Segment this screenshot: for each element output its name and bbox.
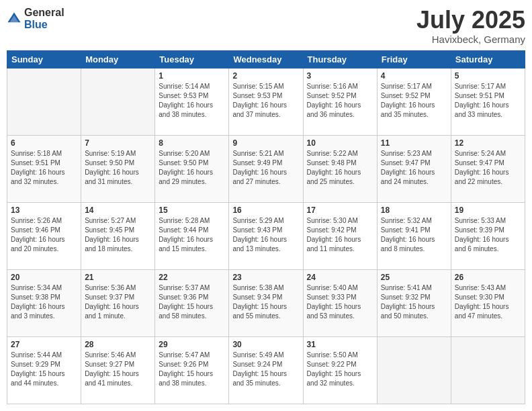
day-info: Sunrise: 5:17 AM Sunset: 9:51 PM Dayligh…	[455, 82, 521, 120]
table-row	[451, 336, 525, 404]
day-info: Sunrise: 5:38 AM Sunset: 9:34 PM Dayligh…	[232, 283, 299, 321]
day-info: Sunrise: 5:28 AM Sunset: 9:44 PM Dayligh…	[159, 216, 225, 254]
table-row: 9Sunrise: 5:21 AM Sunset: 9:49 PM Daylig…	[229, 135, 303, 202]
day-info: Sunrise: 5:41 AM Sunset: 9:32 PM Dayligh…	[381, 283, 447, 321]
table-row	[81, 68, 155, 135]
location: Havixbeck, Germany	[416, 34, 525, 45]
calendar-header-row: Sunday Monday Tuesday Wednesday Thursday…	[7, 50, 525, 68]
calendar-week-row: 1Sunrise: 5:14 AM Sunset: 9:53 PM Daylig…	[7, 68, 525, 135]
day-info: Sunrise: 5:44 AM Sunset: 9:29 PM Dayligh…	[11, 351, 77, 388]
col-sunday: Sunday	[7, 50, 81, 68]
day-number: 23	[232, 273, 299, 282]
table-row: 5Sunrise: 5:17 AM Sunset: 9:51 PM Daylig…	[451, 68, 525, 135]
calendar-week-row: 13Sunrise: 5:26 AM Sunset: 9:46 PM Dayli…	[7, 202, 525, 269]
logo-blue: Blue	[24, 19, 64, 31]
calendar-week-row: 27Sunrise: 5:44 AM Sunset: 9:29 PM Dayli…	[7, 336, 525, 404]
day-number: 7	[85, 138, 151, 148]
table-row: 23Sunrise: 5:38 AM Sunset: 9:34 PM Dayli…	[229, 269, 303, 336]
table-row: 27Sunrise: 5:44 AM Sunset: 9:29 PM Dayli…	[7, 336, 81, 404]
day-info: Sunrise: 5:32 AM Sunset: 9:41 PM Dayligh…	[381, 216, 447, 254]
day-number: 6	[11, 138, 77, 148]
day-number: 15	[159, 205, 225, 215]
day-info: Sunrise: 5:49 AM Sunset: 9:24 PM Dayligh…	[232, 351, 299, 388]
table-row: 8Sunrise: 5:20 AM Sunset: 9:50 PM Daylig…	[155, 135, 229, 202]
col-wednesday: Wednesday	[229, 50, 303, 68]
day-number: 20	[11, 273, 77, 282]
day-number: 21	[85, 273, 151, 282]
table-row	[7, 68, 81, 135]
day-number: 9	[232, 138, 299, 148]
table-row: 6Sunrise: 5:18 AM Sunset: 9:51 PM Daylig…	[7, 135, 81, 202]
day-number: 10	[307, 138, 373, 148]
day-info: Sunrise: 5:36 AM Sunset: 9:37 PM Dayligh…	[85, 283, 151, 321]
day-number: 27	[11, 340, 77, 349]
day-info: Sunrise: 5:40 AM Sunset: 9:33 PM Dayligh…	[307, 283, 373, 321]
day-number: 5	[455, 71, 521, 81]
table-row: 19Sunrise: 5:33 AM Sunset: 9:39 PM Dayli…	[451, 202, 525, 269]
day-info: Sunrise: 5:17 AM Sunset: 9:52 PM Dayligh…	[381, 82, 447, 120]
col-monday: Monday	[81, 50, 155, 68]
day-number: 17	[307, 205, 373, 215]
day-number: 31	[307, 340, 373, 349]
table-row: 22Sunrise: 5:37 AM Sunset: 9:36 PM Dayli…	[155, 269, 229, 336]
day-info: Sunrise: 5:22 AM Sunset: 9:48 PM Dayligh…	[307, 149, 373, 187]
day-info: Sunrise: 5:27 AM Sunset: 9:45 PM Dayligh…	[85, 216, 151, 254]
col-tuesday: Tuesday	[155, 50, 229, 68]
table-row: 21Sunrise: 5:36 AM Sunset: 9:37 PM Dayli…	[81, 269, 155, 336]
table-row: 3Sunrise: 5:16 AM Sunset: 9:52 PM Daylig…	[303, 68, 377, 135]
table-row: 30Sunrise: 5:49 AM Sunset: 9:24 PM Dayli…	[229, 336, 303, 404]
table-row: 10Sunrise: 5:22 AM Sunset: 9:48 PM Dayli…	[303, 135, 377, 202]
table-row: 20Sunrise: 5:34 AM Sunset: 9:38 PM Dayli…	[7, 269, 81, 336]
col-friday: Friday	[377, 50, 451, 68]
table-row: 13Sunrise: 5:26 AM Sunset: 9:46 PM Dayli…	[7, 202, 81, 269]
table-row: 4Sunrise: 5:17 AM Sunset: 9:52 PM Daylig…	[377, 68, 451, 135]
day-info: Sunrise: 5:24 AM Sunset: 9:47 PM Dayligh…	[455, 149, 521, 187]
day-info: Sunrise: 5:46 AM Sunset: 9:27 PM Dayligh…	[85, 351, 151, 388]
table-row: 15Sunrise: 5:28 AM Sunset: 9:44 PM Dayli…	[155, 202, 229, 269]
day-info: Sunrise: 5:16 AM Sunset: 9:52 PM Dayligh…	[307, 82, 373, 120]
logo: General Blue	[7, 7, 64, 30]
day-info: Sunrise: 5:26 AM Sunset: 9:46 PM Dayligh…	[11, 216, 77, 254]
day-info: Sunrise: 5:30 AM Sunset: 9:42 PM Dayligh…	[307, 216, 373, 254]
day-number: 11	[381, 138, 447, 148]
logo-icon	[7, 11, 21, 26]
day-number: 29	[159, 340, 225, 349]
page: General Blue July 2025 Havixbeck, German…	[0, 0, 532, 411]
day-info: Sunrise: 5:33 AM Sunset: 9:39 PM Dayligh…	[455, 216, 521, 254]
day-info: Sunrise: 5:18 AM Sunset: 9:51 PM Dayligh…	[11, 149, 77, 187]
day-number: 25	[381, 273, 447, 282]
table-row: 29Sunrise: 5:47 AM Sunset: 9:26 PM Dayli…	[155, 336, 229, 404]
table-row: 24Sunrise: 5:40 AM Sunset: 9:33 PM Dayli…	[303, 269, 377, 336]
day-number: 4	[381, 71, 447, 81]
day-info: Sunrise: 5:29 AM Sunset: 9:43 PM Dayligh…	[232, 216, 299, 254]
day-number: 1	[159, 71, 225, 81]
col-saturday: Saturday	[451, 50, 525, 68]
table-row: 7Sunrise: 5:19 AM Sunset: 9:50 PM Daylig…	[81, 135, 155, 202]
col-thursday: Thursday	[303, 50, 377, 68]
day-number: 2	[232, 71, 299, 81]
header: General Blue July 2025 Havixbeck, German…	[7, 7, 525, 45]
calendar-week-row: 6Sunrise: 5:18 AM Sunset: 9:51 PM Daylig…	[7, 135, 525, 202]
day-number: 28	[85, 340, 151, 349]
day-number: 16	[232, 205, 299, 215]
day-number: 8	[159, 138, 225, 148]
table-row: 31Sunrise: 5:50 AM Sunset: 9:22 PM Dayli…	[303, 336, 377, 404]
day-number: 18	[381, 205, 447, 215]
day-info: Sunrise: 5:21 AM Sunset: 9:49 PM Dayligh…	[232, 149, 299, 187]
table-row: 1Sunrise: 5:14 AM Sunset: 9:53 PM Daylig…	[155, 68, 229, 135]
logo-text: General Blue	[24, 7, 64, 30]
day-info: Sunrise: 5:50 AM Sunset: 9:22 PM Dayligh…	[307, 351, 373, 388]
table-row	[377, 336, 451, 404]
day-info: Sunrise: 5:20 AM Sunset: 9:50 PM Dayligh…	[159, 149, 225, 187]
day-number: 14	[85, 205, 151, 215]
day-info: Sunrise: 5:34 AM Sunset: 9:38 PM Dayligh…	[11, 283, 77, 321]
calendar-week-row: 20Sunrise: 5:34 AM Sunset: 9:38 PM Dayli…	[7, 269, 525, 336]
day-number: 13	[11, 205, 77, 215]
table-row: 2Sunrise: 5:15 AM Sunset: 9:53 PM Daylig…	[229, 68, 303, 135]
day-info: Sunrise: 5:15 AM Sunset: 9:53 PM Dayligh…	[232, 82, 299, 120]
month-title: July 2025	[416, 7, 525, 34]
day-number: 30	[232, 340, 299, 349]
day-info: Sunrise: 5:47 AM Sunset: 9:26 PM Dayligh…	[159, 351, 225, 388]
logo-general: General	[24, 7, 64, 19]
table-row: 14Sunrise: 5:27 AM Sunset: 9:45 PM Dayli…	[81, 202, 155, 269]
